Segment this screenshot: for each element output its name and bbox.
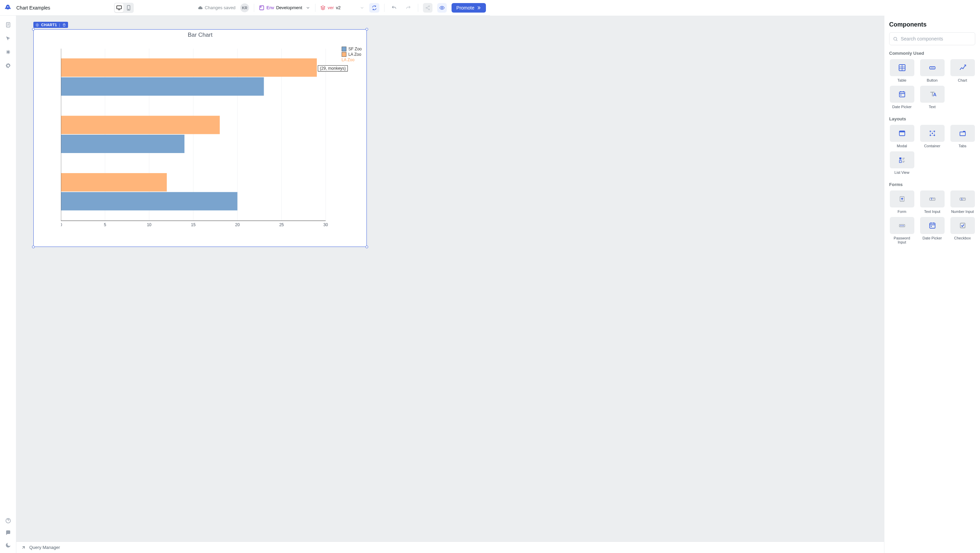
promote-button[interactable]: Promote bbox=[452, 3, 486, 13]
svg-point-3 bbox=[128, 9, 129, 10]
svg-rect-34 bbox=[61, 173, 167, 191]
trash-icon[interactable] bbox=[62, 23, 66, 27]
settings-icon[interactable] bbox=[5, 63, 11, 69]
chart-widget[interactable]: Bar Chart 051015202530monkeysorangutansg… bbox=[33, 29, 367, 247]
preview-button[interactable] bbox=[437, 3, 447, 13]
svg-text:30: 30 bbox=[323, 222, 328, 227]
debug-icon[interactable] bbox=[5, 49, 11, 55]
chevron-right-icon bbox=[476, 5, 481, 10]
chart-plot-area: 051015202530monkeysorangutansgiraffes bbox=[61, 45, 329, 229]
legend-hover-series: LA Zoo bbox=[342, 57, 362, 62]
svg-rect-35 bbox=[61, 192, 237, 211]
svg-text:25: 25 bbox=[279, 222, 284, 227]
chevron-down-icon bbox=[360, 5, 364, 10]
widget-name: CHART1 bbox=[41, 23, 57, 27]
svg-text:15: 15 bbox=[191, 222, 196, 227]
svg-rect-4 bbox=[259, 6, 264, 10]
svg-text:10: 10 bbox=[147, 222, 152, 227]
chart-title: Bar Chart bbox=[34, 30, 366, 38]
mobile-view-button[interactable] bbox=[124, 3, 133, 12]
chevron-down-icon bbox=[305, 5, 310, 10]
left-rail bbox=[0, 16, 16, 276]
svg-point-6 bbox=[429, 6, 430, 7]
resize-handle[interactable] bbox=[366, 28, 368, 30]
inspector-icon[interactable] bbox=[5, 35, 11, 41]
top-bar: Chart Examples Changes saved KR Env Deve… bbox=[0, 0, 490, 16]
svg-point-8 bbox=[429, 9, 430, 10]
svg-text:0: 0 bbox=[61, 222, 62, 227]
svg-point-7 bbox=[426, 7, 427, 8]
svg-text:20: 20 bbox=[235, 222, 240, 227]
user-avatar[interactable]: KR bbox=[240, 3, 249, 12]
sync-button[interactable] bbox=[369, 3, 379, 13]
resize-handle[interactable] bbox=[32, 28, 35, 30]
resize-handle[interactable] bbox=[32, 246, 35, 248]
svg-rect-0 bbox=[117, 6, 121, 9]
device-toggle bbox=[114, 3, 134, 13]
pages-icon[interactable] bbox=[5, 22, 11, 28]
logo-rocket-icon[interactable] bbox=[4, 4, 11, 11]
svg-rect-32 bbox=[61, 135, 185, 153]
undo-button[interactable] bbox=[389, 3, 399, 13]
version-selector[interactable]: ver v2 bbox=[320, 5, 364, 11]
svg-rect-1 bbox=[118, 10, 120, 10]
widget-selection-tag[interactable]: CHART1 | bbox=[33, 22, 68, 28]
environment-selector[interactable]: Env Development bbox=[259, 5, 310, 11]
redo-button[interactable] bbox=[404, 3, 413, 13]
chart-legend[interactable]: SF Zoo LA Zoo LA Zoo bbox=[342, 47, 362, 63]
svg-rect-29 bbox=[61, 77, 264, 95]
data-point-tooltip: (29, monkeys) bbox=[318, 65, 348, 72]
resize-handle[interactable] bbox=[366, 246, 368, 248]
svg-text:5: 5 bbox=[104, 222, 106, 227]
save-status: Changes saved bbox=[197, 5, 235, 11]
canvas-area[interactable]: CHART1 | Bar Chart 051015202530monkeysor… bbox=[16, 16, 490, 276]
svg-point-11 bbox=[7, 51, 10, 53]
gear-icon bbox=[35, 23, 39, 27]
svg-rect-31 bbox=[61, 116, 220, 134]
desktop-view-button[interactable] bbox=[115, 3, 124, 12]
svg-rect-5 bbox=[260, 6, 261, 8]
share-button[interactable] bbox=[423, 3, 433, 13]
svg-point-13 bbox=[37, 24, 38, 25]
app-title: Chart Examples bbox=[16, 5, 50, 11]
svg-point-9 bbox=[441, 7, 443, 8]
svg-rect-28 bbox=[61, 59, 317, 77]
